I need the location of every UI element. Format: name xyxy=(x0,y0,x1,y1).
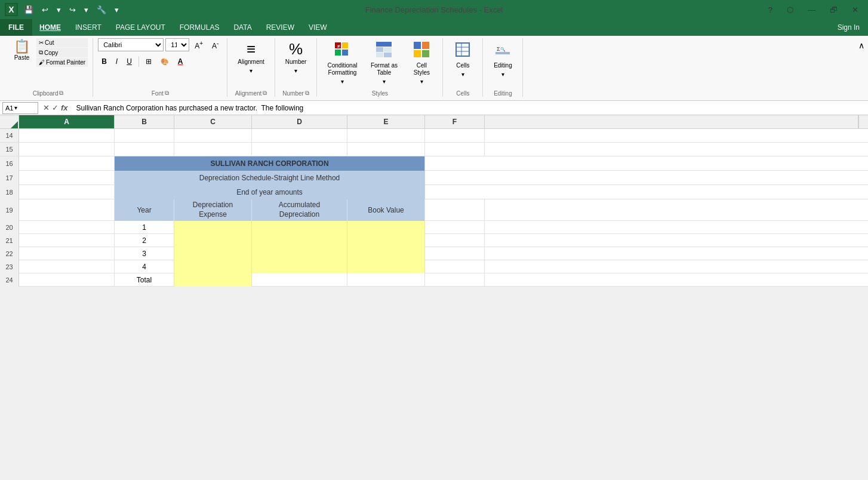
font-name-select[interactable]: Calibri xyxy=(98,38,164,51)
formula-input[interactable] xyxy=(73,104,866,112)
col-header-a[interactable]: A xyxy=(19,115,115,128)
cell-d15[interactable] xyxy=(252,143,347,156)
cell-b20[interactable]: 1 xyxy=(115,221,174,234)
cell-f21[interactable] xyxy=(425,234,485,247)
cell-b19[interactable]: Year xyxy=(115,199,174,221)
cell-a16[interactable] xyxy=(19,156,115,171)
cell-b15[interactable] xyxy=(115,143,174,156)
cell-e20[interactable] xyxy=(347,221,425,234)
menu-review[interactable]: REVIEW xyxy=(259,19,301,36)
format-as-table-button[interactable]: Format asTable ▾ xyxy=(365,38,403,88)
underline-button[interactable]: U xyxy=(123,55,136,68)
cell-f24[interactable] xyxy=(425,273,485,287)
cells-button[interactable]: Cells ▾ xyxy=(448,38,478,81)
menu-insert[interactable]: INSERT xyxy=(68,19,109,36)
cell-e19[interactable]: Book Value xyxy=(347,199,425,221)
font-color-button[interactable]: A xyxy=(174,55,187,68)
number-button[interactable]: % Number ▾ xyxy=(280,38,312,77)
cell-d19[interactable]: Accumulated Depreciation xyxy=(252,199,347,221)
number-expand-icon[interactable]: ⧉ xyxy=(305,90,309,97)
cell-d14[interactable] xyxy=(252,129,347,142)
cell-d22[interactable] xyxy=(252,247,347,260)
cut-button[interactable]: ✂ Cut xyxy=(36,38,88,47)
editing-button[interactable]: Σ 🔍 Editing ▾ xyxy=(488,38,518,81)
increase-font-size-button[interactable]: A+ xyxy=(191,38,207,51)
font-size-select[interactable]: 11 xyxy=(165,38,189,51)
cell-a15[interactable] xyxy=(19,143,115,156)
cell-c19[interactable]: Depreciation Expense xyxy=(174,199,252,221)
col-header-d[interactable]: D xyxy=(252,115,347,128)
cell-a14[interactable] xyxy=(19,129,115,142)
cell-c20[interactable] xyxy=(174,221,252,234)
cell-e15[interactable] xyxy=(347,143,425,156)
cell-f23[interactable] xyxy=(425,260,485,273)
cell-e23[interactable] xyxy=(347,260,425,273)
cell-b21[interactable]: 2 xyxy=(115,234,174,247)
customize-qat[interactable]: 🔧 xyxy=(94,5,109,14)
help-button[interactable]: ? xyxy=(764,4,777,16)
cell-e24[interactable] xyxy=(347,273,425,287)
cell-c23[interactable] xyxy=(174,260,252,273)
cell-a24[interactable] xyxy=(19,273,115,287)
cell-c24[interactable] xyxy=(174,273,252,287)
minimize-button[interactable]: — xyxy=(803,4,820,16)
cell-reference-box[interactable]: A1 ▾ xyxy=(2,102,38,114)
restore-button[interactable]: 🗗 xyxy=(825,4,842,16)
format-painter-button[interactable]: 🖌 Format Painter xyxy=(36,58,88,67)
cell-f19[interactable] xyxy=(425,199,485,221)
bold-button[interactable]: B xyxy=(98,55,110,68)
cell-b14[interactable] xyxy=(115,129,174,142)
italic-button[interactable]: I xyxy=(112,55,121,68)
cell-d21[interactable] xyxy=(252,234,347,247)
cell-a17[interactable] xyxy=(19,171,115,185)
redo-button[interactable]: ↪ xyxy=(67,5,78,14)
cell-f20[interactable] xyxy=(425,221,485,234)
cell-b22[interactable]: 3 xyxy=(115,247,174,260)
col-header-b[interactable]: B xyxy=(115,115,174,128)
menu-file[interactable]: FILE xyxy=(0,19,32,36)
cell-e21[interactable] xyxy=(347,234,425,247)
cell-a21[interactable] xyxy=(19,234,115,247)
cell-a18[interactable] xyxy=(19,185,115,199)
cell-d20[interactable] xyxy=(252,221,347,234)
cell-b18-merged[interactable]: End of year amounts xyxy=(115,185,425,199)
cell-c22[interactable] xyxy=(174,247,252,260)
cell-c15[interactable] xyxy=(174,143,252,156)
cell-a22[interactable] xyxy=(19,247,115,260)
cell-styles-button[interactable]: CellStyles ▾ xyxy=(405,38,438,88)
conditional-formatting-button[interactable]: ≠ ConditionalFormatting ▾ xyxy=(322,38,362,88)
menu-view[interactable]: VIEW xyxy=(301,19,334,36)
formula-cancel-icon[interactable]: ✕ xyxy=(43,103,50,112)
alignment-button[interactable]: ≡ Alignment ▾ xyxy=(232,38,269,77)
close-button[interactable]: ✕ xyxy=(847,4,863,16)
fill-color-button[interactable]: 🎨 xyxy=(157,55,173,68)
undo-dropdown[interactable]: ▾ xyxy=(54,5,63,14)
cell-f22[interactable] xyxy=(425,247,485,260)
cell-e22[interactable] xyxy=(347,247,425,260)
borders-button[interactable]: ⊞ xyxy=(142,55,155,68)
copy-button[interactable]: ⧉ Copy xyxy=(36,48,88,57)
cell-c14[interactable] xyxy=(174,129,252,142)
cell-f14[interactable] xyxy=(425,129,485,142)
ribbon-display[interactable]: ⬡ xyxy=(782,4,798,16)
col-header-f[interactable]: F xyxy=(425,115,485,128)
cell-a23[interactable] xyxy=(19,260,115,273)
col-header-c[interactable]: C xyxy=(174,115,252,128)
cell-a19[interactable] xyxy=(19,199,115,221)
paste-button[interactable]: 📋 Paste xyxy=(8,38,35,63)
cell-b24[interactable]: Total xyxy=(115,273,174,287)
ribbon-collapse-button[interactable]: ∧ xyxy=(858,41,864,50)
font-expand-icon[interactable]: ⧉ xyxy=(165,90,169,97)
undo-button[interactable]: ↩ xyxy=(39,5,51,14)
decrease-font-size-button[interactable]: A- xyxy=(208,38,222,51)
clipboard-expand-icon[interactable]: ⧉ xyxy=(59,90,63,97)
cell-d24[interactable] xyxy=(252,273,347,287)
cell-c21[interactable] xyxy=(174,234,252,247)
qat-dropdown[interactable]: ▾ xyxy=(112,5,121,14)
cell-b16-merged[interactable]: SULLIVAN RANCH CORPORATION xyxy=(115,156,425,171)
menu-page-layout[interactable]: PAGE LAYOUT xyxy=(109,19,173,36)
cell-d23[interactable] xyxy=(252,260,347,273)
formula-function-icon[interactable]: fx xyxy=(61,103,68,112)
alignment-expand-icon[interactable]: ⧉ xyxy=(263,90,267,97)
cell-ref-dropdown[interactable]: ▾ xyxy=(14,104,17,111)
